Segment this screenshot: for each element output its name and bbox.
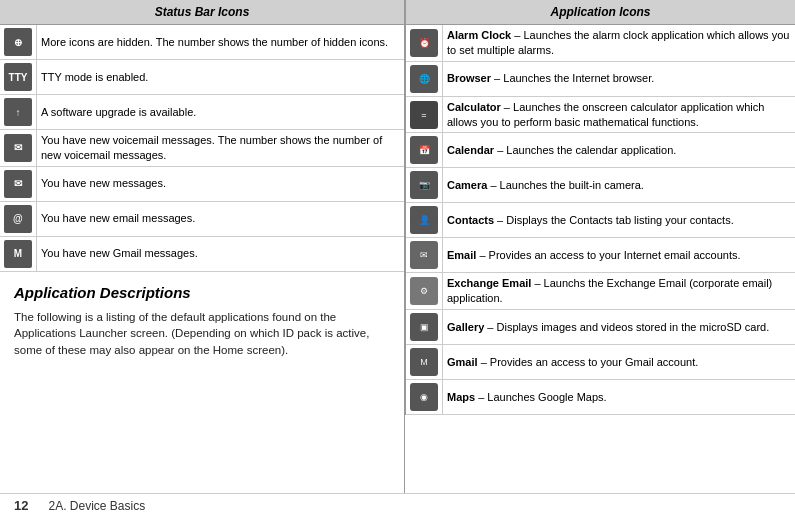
status-icon-2: ↑ bbox=[4, 98, 32, 126]
status-desc-cell: You have new voicemail messages. The num… bbox=[37, 130, 405, 167]
app-icon-4: 📷 bbox=[410, 171, 438, 199]
status-icon-4: ✉ bbox=[4, 170, 32, 198]
app-name: Camera bbox=[447, 179, 487, 191]
app-row: ◉ Maps – Launches Google Maps. bbox=[406, 380, 795, 415]
app-desc-cell: Camera – Launches the built-in camera. bbox=[443, 168, 796, 203]
app-row: ▣ Gallery – Displays images and videos s… bbox=[406, 310, 795, 345]
app-icon-cell: ⚙ bbox=[406, 273, 443, 310]
app-icon-9: M bbox=[410, 348, 438, 376]
app-icon-10: ◉ bbox=[410, 383, 438, 411]
app-desc-cell: Gallery – Displays images and videos sto… bbox=[443, 310, 796, 345]
app-row: 📷 Camera – Launches the built-in camera. bbox=[406, 168, 795, 203]
app-name: Contacts bbox=[447, 214, 494, 226]
app-row: 👤 Contacts – Displays the Contacts tab l… bbox=[406, 203, 795, 238]
status-icon-3: ✉ bbox=[4, 134, 32, 162]
status-row: M You have new Gmail messages. bbox=[0, 236, 404, 271]
app-icon-2: = bbox=[410, 101, 438, 129]
app-desc-cell: Alarm Clock – Launches the alarm clock a… bbox=[443, 25, 796, 61]
status-icon-cell: ✉ bbox=[0, 166, 37, 201]
status-icon-1: TTY bbox=[4, 63, 32, 91]
app-row: ✉ Email – Provides an access to your Int… bbox=[406, 238, 795, 273]
app-descriptions-section: Application Descriptions The following i… bbox=[0, 272, 404, 367]
status-icon-cell: @ bbox=[0, 201, 37, 236]
app-descriptions-body: The following is a listing of the defaul… bbox=[14, 309, 390, 359]
app-desc-cell: Gmail – Provides an access to your Gmail… bbox=[443, 345, 796, 380]
app-desc-cell: Email – Provides an access to your Inter… bbox=[443, 238, 796, 273]
status-row: ⊕ More icons are hidden. The number show… bbox=[0, 25, 404, 60]
status-icons-table-container: ⊕ More icons are hidden. The number show… bbox=[0, 25, 404, 272]
app-desc-cell: Calendar – Launches the calendar applica… bbox=[443, 133, 796, 168]
app-row: = Calculator – Launches the onscreen cal… bbox=[406, 96, 795, 133]
status-row: ✉ You have new voicemail messages. The n… bbox=[0, 130, 404, 167]
main-content: Status Bar Icons ⊕ More icons are hidden… bbox=[0, 0, 795, 493]
app-row: 🌐 Browser – Launches the Internet browse… bbox=[406, 61, 795, 96]
app-desc-cell: Calculator – Launches the onscreen calcu… bbox=[443, 96, 796, 133]
status-row: @ You have new email messages. bbox=[0, 201, 404, 236]
app-desc-cell: Browser – Launches the Internet browser. bbox=[443, 61, 796, 96]
status-desc-cell: You have new messages. bbox=[37, 166, 405, 201]
app-name: Maps bbox=[447, 391, 475, 403]
status-desc-cell: You have new Gmail messages. bbox=[37, 236, 405, 271]
status-icon-cell: M bbox=[0, 236, 37, 271]
app-icon-0: ⏰ bbox=[410, 29, 438, 57]
app-name: Gmail bbox=[447, 356, 478, 368]
status-icon-cell: TTY bbox=[0, 60, 37, 95]
app-row: ⚙ Exchange Email – Launchs the Exchange … bbox=[406, 273, 795, 310]
app-row: 📅 Calendar – Launches the calendar appli… bbox=[406, 133, 795, 168]
section-label: 2A. Device Basics bbox=[48, 499, 145, 513]
app-table: ⏰ Alarm Clock – Launches the alarm clock… bbox=[406, 25, 795, 415]
status-icon-cell: ⊕ bbox=[0, 25, 37, 60]
status-desc-cell: You have new email messages. bbox=[37, 201, 405, 236]
status-row: ✉ You have new messages. bbox=[0, 166, 404, 201]
app-icon-cell: = bbox=[406, 96, 443, 133]
app-row: M Gmail – Provides an access to your Gma… bbox=[406, 345, 795, 380]
app-name: Gallery bbox=[447, 321, 484, 333]
app-icon-5: 👤 bbox=[410, 206, 438, 234]
app-icon-cell: M bbox=[406, 345, 443, 380]
status-row: TTY TTY mode is enabled. bbox=[0, 60, 404, 95]
status-desc-cell: More icons are hidden. The number shows … bbox=[37, 25, 405, 60]
status-icon-cell: ✉ bbox=[0, 130, 37, 167]
status-icon-5: @ bbox=[4, 205, 32, 233]
left-panel: Status Bar Icons ⊕ More icons are hidden… bbox=[0, 0, 405, 493]
app-icon-1: 🌐 bbox=[410, 65, 438, 93]
app-icon-cell: 📅 bbox=[406, 133, 443, 168]
app-icon-3: 📅 bbox=[410, 136, 438, 164]
app-desc-cell: Exchange Email – Launchs the Exchange Em… bbox=[443, 273, 796, 310]
app-icon-cell: 👤 bbox=[406, 203, 443, 238]
right-panel: Application Icons ⏰ Alarm Clock – Launch… bbox=[405, 0, 795, 493]
app-row: ⏰ Alarm Clock – Launches the alarm clock… bbox=[406, 25, 795, 61]
app-icon-cell: 🌐 bbox=[406, 61, 443, 96]
page-number: 12 bbox=[14, 498, 28, 513]
app-name: Email bbox=[447, 249, 476, 261]
status-table: ⊕ More icons are hidden. The number show… bbox=[0, 25, 404, 272]
status-desc-cell: TTY mode is enabled. bbox=[37, 60, 405, 95]
app-name: Calculator bbox=[447, 101, 501, 113]
status-row: ↑ A software upgrade is available. bbox=[0, 95, 404, 130]
app-icons-table-container: ⏰ Alarm Clock – Launches the alarm clock… bbox=[405, 25, 795, 415]
app-icon-6: ✉ bbox=[410, 241, 438, 269]
status-icon-6: M bbox=[4, 240, 32, 268]
application-icons-header: Application Icons bbox=[405, 0, 795, 25]
app-icon-cell: ✉ bbox=[406, 238, 443, 273]
status-icon-cell: ↑ bbox=[0, 95, 37, 130]
app-icon-7: ⚙ bbox=[410, 277, 438, 305]
app-desc-cell: Maps – Launches Google Maps. bbox=[443, 380, 796, 415]
status-desc-cell: A software upgrade is available. bbox=[37, 95, 405, 130]
app-icon-8: ▣ bbox=[410, 313, 438, 341]
app-desc-cell: Contacts – Displays the Contacts tab lis… bbox=[443, 203, 796, 238]
app-name: Exchange Email bbox=[447, 277, 531, 289]
app-name: Alarm Clock bbox=[447, 29, 511, 41]
footer: 12 2A. Device Basics bbox=[0, 493, 795, 517]
app-icon-cell: 📷 bbox=[406, 168, 443, 203]
status-icon-0: ⊕ bbox=[4, 28, 32, 56]
app-icon-cell: ◉ bbox=[406, 380, 443, 415]
app-icon-cell: ⏰ bbox=[406, 25, 443, 61]
app-name: Calendar bbox=[447, 144, 494, 156]
app-name: Browser bbox=[447, 72, 491, 84]
status-bar-icons-header: Status Bar Icons bbox=[0, 0, 404, 25]
app-icon-cell: ▣ bbox=[406, 310, 443, 345]
app-descriptions-title: Application Descriptions bbox=[14, 284, 390, 301]
